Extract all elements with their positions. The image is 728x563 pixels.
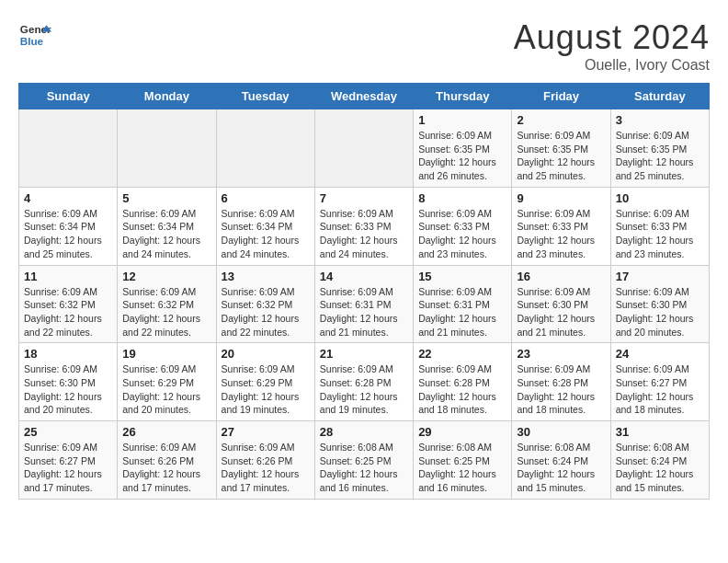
- weekday-header-wednesday: Wednesday: [314, 84, 413, 109]
- day-number: 8: [418, 191, 506, 205]
- calendar-cell: 12Sunrise: 6:09 AMSunset: 6:32 PMDayligh…: [118, 265, 216, 343]
- day-number: 23: [517, 347, 605, 361]
- calendar-cell: 8Sunrise: 6:09 AMSunset: 6:33 PMDaylight…: [414, 187, 512, 265]
- day-info: Sunrise: 6:09 AMSunset: 6:31 PMDaylight:…: [320, 285, 408, 339]
- calendar-cell: 3Sunrise: 6:09 AMSunset: 6:35 PMDaylight…: [610, 109, 709, 188]
- weekday-header-tuesday: Tuesday: [216, 84, 314, 109]
- calendar-cell: 6Sunrise: 6:09 AMSunset: 6:34 PMDaylight…: [216, 187, 314, 265]
- calendar-week-row: 11Sunrise: 6:09 AMSunset: 6:32 PMDayligh…: [19, 265, 710, 343]
- weekday-header-row: SundayMondayTuesdayWednesdayThursdayFrid…: [19, 84, 710, 109]
- day-number: 9: [517, 191, 605, 205]
- weekday-header-monday: Monday: [118, 84, 216, 109]
- calendar-cell: 22Sunrise: 6:09 AMSunset: 6:28 PMDayligh…: [414, 343, 512, 421]
- day-info: Sunrise: 6:09 AMSunset: 6:31 PMDaylight:…: [418, 285, 506, 339]
- day-number: 29: [418, 425, 506, 439]
- calendar-cell: 24Sunrise: 6:09 AMSunset: 6:27 PMDayligh…: [610, 343, 709, 421]
- day-number: 21: [320, 347, 408, 361]
- day-info: Sunrise: 6:09 AMSunset: 6:34 PMDaylight:…: [122, 207, 210, 261]
- day-number: 15: [418, 270, 506, 283]
- calendar-cell: 20Sunrise: 6:09 AMSunset: 6:29 PMDayligh…: [216, 343, 314, 421]
- day-info: Sunrise: 6:09 AMSunset: 6:34 PMDaylight:…: [24, 207, 112, 261]
- day-info: Sunrise: 6:09 AMSunset: 6:35 PMDaylight:…: [616, 129, 704, 183]
- day-number: 28: [320, 425, 408, 439]
- calendar-week-row: 4Sunrise: 6:09 AMSunset: 6:34 PMDaylight…: [19, 187, 710, 265]
- calendar-cell: 1Sunrise: 6:09 AMSunset: 6:35 PMDaylight…: [414, 109, 512, 188]
- day-info: Sunrise: 6:09 AMSunset: 6:29 PMDaylight:…: [222, 362, 310, 417]
- day-info: Sunrise: 6:09 AMSunset: 6:28 PMDaylight:…: [320, 362, 408, 417]
- day-info: Sunrise: 6:08 AMSunset: 6:25 PMDaylight:…: [320, 441, 408, 495]
- svg-text:Blue: Blue: [20, 35, 44, 47]
- logo-icon: General Blue: [18, 18, 51, 52]
- calendar-cell: [118, 109, 216, 188]
- day-info: Sunrise: 6:08 AMSunset: 6:24 PMDaylight:…: [517, 441, 605, 495]
- calendar-header: SundayMondayTuesdayWednesdayThursdayFrid…: [19, 84, 710, 109]
- day-number: 31: [616, 425, 704, 439]
- calendar-cell: 31Sunrise: 6:08 AMSunset: 6:24 PMDayligh…: [610, 421, 709, 500]
- day-info: Sunrise: 6:09 AMSunset: 6:27 PMDaylight:…: [616, 362, 704, 417]
- day-number: 10: [616, 191, 704, 205]
- calendar-cell: 9Sunrise: 6:09 AMSunset: 6:33 PMDaylight…: [512, 187, 610, 265]
- calendar-cell: 7Sunrise: 6:09 AMSunset: 6:33 PMDaylight…: [314, 187, 413, 265]
- day-info: Sunrise: 6:09 AMSunset: 6:35 PMDaylight:…: [418, 129, 506, 183]
- calendar-cell: 25Sunrise: 6:09 AMSunset: 6:27 PMDayligh…: [19, 421, 118, 500]
- calendar-subtitle: Ouelle, Ivory Coast: [514, 57, 710, 74]
- day-number: 7: [320, 191, 408, 205]
- calendar-cell: 23Sunrise: 6:09 AMSunset: 6:28 PMDayligh…: [512, 343, 610, 421]
- day-info: Sunrise: 6:09 AMSunset: 6:35 PMDaylight:…: [517, 129, 605, 183]
- calendar-cell: 5Sunrise: 6:09 AMSunset: 6:34 PMDaylight…: [118, 187, 216, 265]
- day-number: 25: [24, 425, 112, 439]
- day-number: 13: [222, 270, 310, 283]
- day-info: Sunrise: 6:09 AMSunset: 6:33 PMDaylight:…: [418, 207, 506, 261]
- calendar-cell: 16Sunrise: 6:09 AMSunset: 6:30 PMDayligh…: [512, 265, 610, 343]
- day-number: 17: [616, 270, 704, 283]
- day-info: Sunrise: 6:09 AMSunset: 6:33 PMDaylight:…: [616, 207, 704, 261]
- day-number: 30: [517, 425, 605, 439]
- day-info: Sunrise: 6:09 AMSunset: 6:27 PMDaylight:…: [24, 441, 112, 495]
- day-number: 18: [24, 347, 112, 361]
- calendar-cell: 21Sunrise: 6:09 AMSunset: 6:28 PMDayligh…: [314, 343, 413, 421]
- calendar-cell: [19, 109, 118, 188]
- calendar-cell: 2Sunrise: 6:09 AMSunset: 6:35 PMDaylight…: [512, 109, 610, 188]
- calendar-cell: 19Sunrise: 6:09 AMSunset: 6:29 PMDayligh…: [118, 343, 216, 421]
- day-info: Sunrise: 6:09 AMSunset: 6:29 PMDaylight:…: [122, 362, 210, 417]
- calendar-week-row: 25Sunrise: 6:09 AMSunset: 6:27 PMDayligh…: [19, 421, 710, 500]
- day-number: 1: [418, 113, 506, 127]
- calendar-cell: 26Sunrise: 6:09 AMSunset: 6:26 PMDayligh…: [118, 421, 216, 500]
- day-info: Sunrise: 6:08 AMSunset: 6:25 PMDaylight:…: [418, 441, 506, 495]
- calendar-cell: 27Sunrise: 6:09 AMSunset: 6:26 PMDayligh…: [216, 421, 314, 500]
- weekday-header-friday: Friday: [512, 84, 610, 109]
- title-block: August 2024 Ouelle, Ivory Coast: [514, 18, 710, 74]
- calendar-cell: 28Sunrise: 6:08 AMSunset: 6:25 PMDayligh…: [314, 421, 413, 500]
- page-header: General Blue August 2024 Ouelle, Ivory C…: [18, 18, 710, 74]
- calendar-week-row: 1Sunrise: 6:09 AMSunset: 6:35 PMDaylight…: [19, 109, 710, 188]
- day-number: 2: [517, 113, 605, 127]
- day-info: Sunrise: 6:09 AMSunset: 6:33 PMDaylight:…: [517, 207, 605, 261]
- calendar-body: 1Sunrise: 6:09 AMSunset: 6:35 PMDaylight…: [19, 109, 710, 500]
- day-number: 19: [122, 347, 210, 361]
- day-number: 20: [222, 347, 310, 361]
- day-info: Sunrise: 6:08 AMSunset: 6:24 PMDaylight:…: [616, 441, 704, 495]
- day-info: Sunrise: 6:09 AMSunset: 6:26 PMDaylight:…: [122, 441, 210, 495]
- calendar-cell: 30Sunrise: 6:08 AMSunset: 6:24 PMDayligh…: [512, 421, 610, 500]
- calendar-cell: 15Sunrise: 6:09 AMSunset: 6:31 PMDayligh…: [414, 265, 512, 343]
- day-number: 27: [222, 425, 310, 439]
- day-info: Sunrise: 6:09 AMSunset: 6:32 PMDaylight:…: [24, 285, 112, 339]
- day-number: 12: [122, 270, 210, 283]
- calendar-cell: 14Sunrise: 6:09 AMSunset: 6:31 PMDayligh…: [314, 265, 413, 343]
- weekday-header-sunday: Sunday: [19, 84, 118, 109]
- day-number: 14: [320, 270, 408, 283]
- day-info: Sunrise: 6:09 AMSunset: 6:28 PMDaylight:…: [418, 362, 506, 417]
- day-info: Sunrise: 6:09 AMSunset: 6:32 PMDaylight:…: [122, 285, 210, 339]
- calendar-cell: 4Sunrise: 6:09 AMSunset: 6:34 PMDaylight…: [19, 187, 118, 265]
- day-number: 22: [418, 347, 506, 361]
- day-info: Sunrise: 6:09 AMSunset: 6:30 PMDaylight:…: [616, 285, 704, 339]
- day-number: 16: [517, 270, 605, 283]
- day-info: Sunrise: 6:09 AMSunset: 6:33 PMDaylight:…: [320, 207, 408, 261]
- weekday-header-thursday: Thursday: [414, 84, 512, 109]
- weekday-header-saturday: Saturday: [610, 84, 709, 109]
- day-number: 11: [24, 270, 112, 283]
- day-number: 6: [222, 191, 310, 205]
- calendar-cell: 11Sunrise: 6:09 AMSunset: 6:32 PMDayligh…: [19, 265, 118, 343]
- day-info: Sunrise: 6:09 AMSunset: 6:30 PMDaylight:…: [517, 285, 605, 339]
- logo: General Blue: [18, 18, 51, 52]
